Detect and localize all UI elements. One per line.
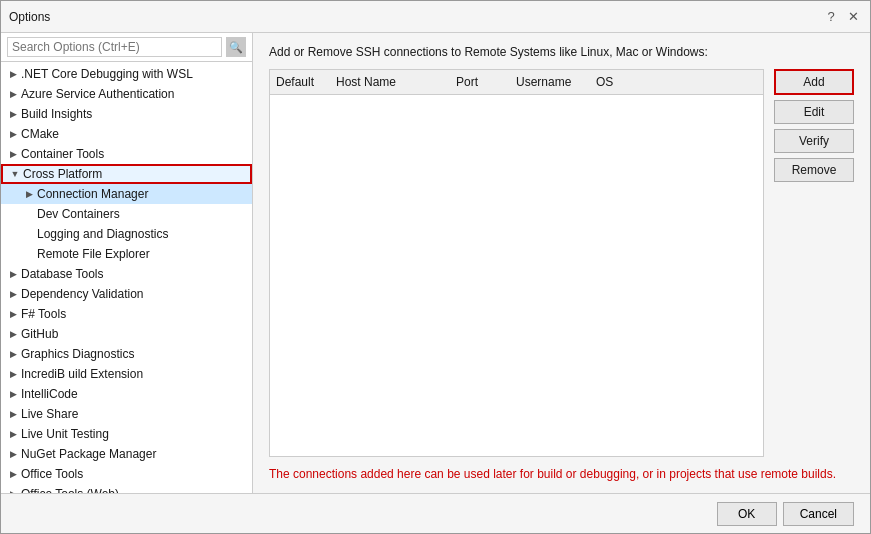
- col-os-header: OS: [590, 73, 650, 91]
- expand-icon-remote-file-explorer: [21, 246, 37, 262]
- tree-item-cmake[interactable]: ▶CMake: [1, 124, 252, 144]
- add-button[interactable]: Add: [774, 69, 854, 95]
- ok-button[interactable]: OK: [717, 502, 777, 526]
- expand-icon-nuget-manager: ▶: [5, 446, 21, 462]
- expand-icon-github: ▶: [5, 326, 21, 342]
- bottom-note: The connections added here can be used l…: [269, 467, 854, 481]
- expand-icon-dev-containers: [21, 206, 37, 222]
- tree-container: ▶.NET Core Debugging with WSL▶Azure Serv…: [1, 62, 252, 493]
- close-button[interactable]: ✕: [844, 8, 862, 26]
- cancel-button[interactable]: Cancel: [783, 502, 854, 526]
- tree-item-azure-service[interactable]: ▶Azure Service Authentication: [1, 84, 252, 104]
- expand-icon-live-unit-testing: ▶: [5, 426, 21, 442]
- tree-item-dependency-validation[interactable]: ▶Dependency Validation: [1, 284, 252, 304]
- remove-button[interactable]: Remove: [774, 158, 854, 182]
- tree-item-intellicode[interactable]: ▶IntelliCode: [1, 384, 252, 404]
- tree-item-nuget-manager[interactable]: ▶NuGet Package Manager: [1, 444, 252, 464]
- tree-label-container-tools: Container Tools: [21, 147, 104, 161]
- expand-icon-dependency-validation: ▶: [5, 286, 21, 302]
- dialog-footer: OK Cancel: [1, 493, 870, 533]
- content-area: Default Host Name Port Username OS Add E…: [269, 69, 854, 457]
- title-controls: ? ✕: [822, 8, 862, 26]
- expand-icon-database-tools: ▶: [5, 266, 21, 282]
- tree-item-remote-file-explorer[interactable]: Remote File Explorer: [1, 244, 252, 264]
- tree-label-database-tools: Database Tools: [21, 267, 104, 281]
- expand-icon-office-tools: ▶: [5, 466, 21, 482]
- options-dialog: Options ? ✕ 🔍 ▶.NET Core Debugging with …: [0, 0, 871, 534]
- tree-label-live-share: Live Share: [21, 407, 78, 421]
- search-icon-button[interactable]: 🔍: [226, 37, 246, 57]
- tree-label-live-unit-testing: Live Unit Testing: [21, 427, 109, 441]
- tree-item-incredibuild[interactable]: ▶IncrediB uild Extension: [1, 364, 252, 384]
- tree-item-live-unit-testing[interactable]: ▶Live Unit Testing: [1, 424, 252, 444]
- expand-icon-build-insights: ▶: [5, 106, 21, 122]
- right-description: Add or Remove SSH connections to Remote …: [269, 45, 854, 59]
- expand-icon-connection-manager: ▶: [21, 186, 37, 202]
- right-buttons: Add Edit Verify Remove: [774, 69, 854, 457]
- expand-icon-container-tools: ▶: [5, 146, 21, 162]
- tree-label-fsharp-tools: F# Tools: [21, 307, 66, 321]
- tree-item-container-tools[interactable]: ▶Container Tools: [1, 144, 252, 164]
- expand-icon-live-share: ▶: [5, 406, 21, 422]
- tree-item-live-share[interactable]: ▶Live Share: [1, 404, 252, 424]
- edit-button[interactable]: Edit: [774, 100, 854, 124]
- tree-label-cmake: CMake: [21, 127, 59, 141]
- tree-label-graphics-diagnostics: Graphics Diagnostics: [21, 347, 134, 361]
- tree-label-github: GitHub: [21, 327, 58, 341]
- left-panel: 🔍 ▶.NET Core Debugging with WSL▶Azure Se…: [1, 33, 253, 493]
- col-port-header: Port: [450, 73, 510, 91]
- expand-icon-cmake: ▶: [5, 126, 21, 142]
- expand-icon-graphics-diagnostics: ▶: [5, 346, 21, 362]
- tree-item-cross-platform[interactable]: ▼Cross Platform: [1, 164, 252, 184]
- expand-icon-intellicode: ▶: [5, 386, 21, 402]
- tree-item-net-core[interactable]: ▶.NET Core Debugging with WSL: [1, 64, 252, 84]
- col-default-header: Default: [270, 73, 330, 91]
- table-body: [270, 95, 763, 456]
- expand-icon-fsharp-tools: ▶: [5, 306, 21, 322]
- tree-label-net-core: .NET Core Debugging with WSL: [21, 67, 193, 81]
- tree-label-incredibuild: IncrediB uild Extension: [21, 367, 143, 381]
- tree-item-database-tools[interactable]: ▶Database Tools: [1, 264, 252, 284]
- tree-label-connection-manager: Connection Manager: [37, 187, 148, 201]
- tree-label-dev-containers: Dev Containers: [37, 207, 120, 221]
- tree-label-remote-file-explorer: Remote File Explorer: [37, 247, 150, 261]
- tree-item-office-tools-web[interactable]: ▶Office Tools (Web): [1, 484, 252, 493]
- tree-item-office-tools[interactable]: ▶Office Tools: [1, 464, 252, 484]
- right-panel: Add or Remove SSH connections to Remote …: [253, 33, 870, 493]
- tree-label-logging-diagnostics: Logging and Diagnostics: [37, 227, 168, 241]
- dialog-body: 🔍 ▶.NET Core Debugging with WSL▶Azure Se…: [1, 33, 870, 493]
- search-box: 🔍: [1, 33, 252, 62]
- tree-label-azure-service: Azure Service Authentication: [21, 87, 174, 101]
- tree-item-logging-diagnostics[interactable]: Logging and Diagnostics: [1, 224, 252, 244]
- expand-icon-cross-platform: ▼: [7, 166, 23, 182]
- title-bar: Options ? ✕: [1, 1, 870, 33]
- verify-button[interactable]: Verify: [774, 129, 854, 153]
- tree-item-fsharp-tools[interactable]: ▶F# Tools: [1, 304, 252, 324]
- help-button[interactable]: ?: [822, 8, 840, 26]
- tree-item-dev-containers[interactable]: Dev Containers: [1, 204, 252, 224]
- table-header: Default Host Name Port Username OS: [270, 70, 763, 95]
- table-area: Default Host Name Port Username OS: [269, 69, 764, 457]
- col-username-header: Username: [510, 73, 590, 91]
- expand-icon-logging-diagnostics: [21, 226, 37, 242]
- expand-icon-azure-service: ▶: [5, 86, 21, 102]
- tree-label-office-tools: Office Tools: [21, 467, 83, 481]
- tree-item-github[interactable]: ▶GitHub: [1, 324, 252, 344]
- expand-icon-office-tools-web: ▶: [5, 486, 21, 493]
- expand-icon-net-core: ▶: [5, 66, 21, 82]
- col-hostname-header: Host Name: [330, 73, 450, 91]
- search-input[interactable]: [7, 37, 222, 57]
- tree-label-dependency-validation: Dependency Validation: [21, 287, 144, 301]
- tree-item-graphics-diagnostics[interactable]: ▶Graphics Diagnostics: [1, 344, 252, 364]
- dialog-title: Options: [9, 10, 50, 24]
- tree-label-intellicode: IntelliCode: [21, 387, 78, 401]
- tree-label-build-insights: Build Insights: [21, 107, 92, 121]
- tree-item-build-insights[interactable]: ▶Build Insights: [1, 104, 252, 124]
- expand-icon-incredibuild: ▶: [5, 366, 21, 382]
- tree-item-connection-manager[interactable]: ▶Connection Manager: [1, 184, 252, 204]
- tree-label-cross-platform: Cross Platform: [23, 167, 102, 181]
- tree-label-nuget-manager: NuGet Package Manager: [21, 447, 156, 461]
